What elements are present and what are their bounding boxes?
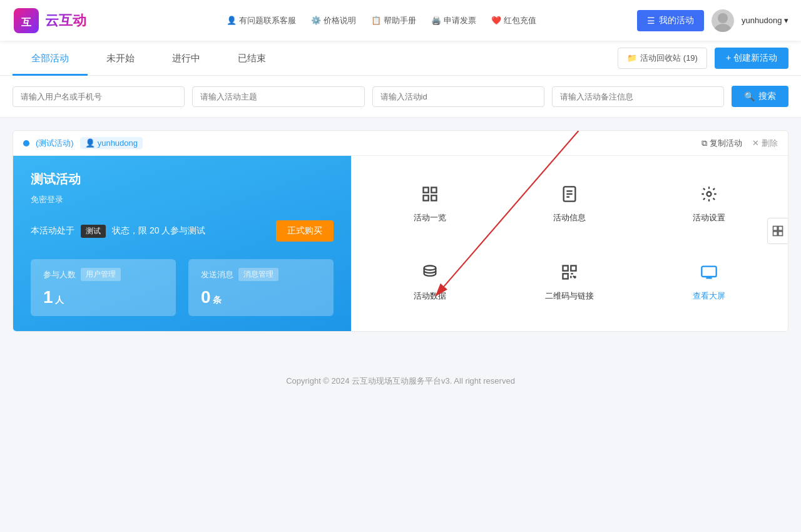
search-button[interactable]: 🔍 搜索 [732,86,788,107]
delete-label: 删除 [762,138,778,149]
activity-title: 测试活动 [31,171,334,188]
nav-recharge[interactable]: ❤️ 红包充值 [491,15,536,26]
header-right: ☰ 我的活动 yunhudong ▾ [637,9,788,32]
participants-value: 1人 [43,287,163,307]
tab-all-activities[interactable]: 全部活动 [13,41,88,76]
search-note-input[interactable] [552,86,724,107]
svg-rect-26 [778,227,783,231]
nav-help-label: 帮助手册 [384,15,416,26]
activity-overview-cell[interactable]: 活动一览 [364,168,497,240]
nav-customer-service[interactable]: 👤 有问题联系客服 [227,15,296,26]
svg-rect-22 [702,267,716,277]
pricing-icon: ⚙️ [311,16,321,25]
nav-pricing-label: 价格说明 [324,15,356,26]
recycle-icon: 📁 [627,53,637,63]
tabs-right: 📁 活动回收站 (19) + 创建新活动 [618,48,788,69]
status-prefix: 本活动处于 [31,225,74,237]
settings-icon [700,185,718,207]
activity-left-panel: 测试活动 免密登录 本活动处于 测试 状态，限 20 人参与测试 正式购买 参与… [13,156,351,331]
create-label: + 创建新活动 [726,53,777,64]
info-icon [561,185,578,207]
activity-settings-cell[interactable]: 活动设置 [642,168,775,240]
nav-help[interactable]: 📋 帮助手册 [371,15,416,26]
recycle-bin-button[interactable]: 📁 活动回收站 (19) [618,48,707,69]
data-label: 活动数据 [414,290,446,302]
qrcode-label: 二维码与链接 [545,290,594,302]
participants-stat-card: 参与人数 用户管理 1人 [31,259,176,316]
invoice-icon: 🖨️ [431,16,441,25]
nav-recharge-label: 红包充值 [504,15,536,26]
logo-icon: 互 [13,7,40,34]
user-manage-button[interactable]: 用户管理 [81,268,121,281]
activity-card: (测试活动) 👤 yunhudong ⧉ 复制活动 ✕ 删除 [13,130,788,332]
nav-pricing[interactable]: ⚙️ 价格说明 [311,15,356,26]
settings-label: 活动设置 [693,212,725,223]
svg-point-3 [715,24,731,32]
bigscreen-label: 查看大屏 [693,290,725,302]
create-activity-button[interactable]: + 创建新活动 [715,48,788,69]
my-activity-button[interactable]: ☰ 我的活动 [637,10,704,31]
tab-ended[interactable]: 已结束 [219,41,285,76]
user-tag: 👤 yunhudong [80,137,143,149]
delete-activity-button[interactable]: ✕ 删除 [752,138,778,149]
activity-body: 测试活动 免密登录 本活动处于 测试 状态，限 20 人参与测试 正式购买 参与… [13,156,788,331]
list-icon: ☰ [647,16,655,26]
stats-row: 参与人数 用户管理 1人 发送消息 消息管理 [31,259,334,316]
search-theme-input[interactable] [192,86,364,107]
activity-info-cell[interactable]: 活动信息 [503,168,636,240]
activity-data-cell[interactable]: 活动数据 [364,247,497,319]
recharge-icon: ❤️ [491,16,501,25]
recycle-label: 活动回收站 (19) [640,53,698,64]
tab-not-started[interactable]: 未开始 [88,41,153,76]
activity-right-panel: 活动一览 活动信息 [351,156,788,331]
activity-bigscreen-cell[interactable]: 查看大屏 [642,247,775,319]
layout-icon [772,225,784,237]
svg-text:互: 互 [21,17,32,28]
qrcode-icon [561,263,578,285]
my-activity-label: 我的活动 [659,15,694,26]
activity-header-actions: ⧉ 复制活动 ✕ 删除 [702,138,778,149]
svg-rect-4 [424,188,429,193]
svg-point-2 [718,13,728,23]
user-tag-name: yunhudong [98,138,138,148]
help-icon: 📋 [371,16,381,25]
svg-rect-14 [563,266,568,271]
activity-status-row: 本活动处于 测试 状态，限 20 人参与测试 正式购买 [31,220,334,242]
side-layout-button[interactable] [767,218,788,244]
footer-text: Copyright © 2024 云互动现场互动服务平台v3. All righ… [286,376,515,386]
info-label: 活动信息 [553,212,586,223]
svg-rect-5 [432,188,437,193]
data-icon [421,263,439,285]
tab-in-progress[interactable]: 进行中 [153,41,219,76]
delete-x-icon: ✕ [752,138,759,148]
main-content: (测试活动) 👤 yunhudong ⧉ 复制活动 ✕ 删除 [0,118,801,344]
overview-label: 活动一览 [414,212,446,223]
buy-button[interactable]: 正式购买 [276,220,334,242]
svg-rect-28 [778,232,783,236]
copy-label: 复制活动 [710,138,742,149]
user-tag-icon: 👤 [85,138,95,148]
svg-rect-15 [571,266,576,271]
user-name[interactable]: yunhudong ▾ [742,16,788,25]
header-nav: 👤 有问题联系客服 ⚙️ 价格说明 📋 帮助手册 🖨️ 申请发票 ❤️ 红包充值 [125,15,637,26]
logo-text: 云互动 [45,11,86,30]
status-dot [23,140,29,146]
activity-subtitle: 免密登录 [31,194,334,205]
messages-label: 发送消息 消息管理 [201,268,321,281]
search-username-input[interactable] [13,86,185,107]
activity-name-tag[interactable]: (测试活动) [36,138,74,149]
copy-activity-button[interactable]: ⧉ 复制活动 [702,138,742,149]
svg-rect-7 [432,195,437,200]
logo-area: 互 云互动 [13,7,125,34]
status-suffix: 状态，限 20 人参与测试 [112,225,205,237]
nav-invoice[interactable]: 🖨️ 申请发票 [431,15,476,26]
message-manage-button[interactable]: 消息管理 [238,268,278,281]
overview-icon [421,185,439,207]
activity-qrcode-cell[interactable]: 二维码与链接 [503,247,636,319]
nav-cs-label: 有问题联系客服 [239,15,296,26]
copy-icon: ⧉ [702,138,707,148]
participants-label: 参与人数 用户管理 [43,268,163,281]
tabs-bar: 全部活动 未开始 进行中 已结束 📁 活动回收站 (19) + 创建新活动 [0,41,801,76]
search-bar: 🔍 搜索 [0,76,801,118]
search-id-input[interactable] [372,86,544,107]
